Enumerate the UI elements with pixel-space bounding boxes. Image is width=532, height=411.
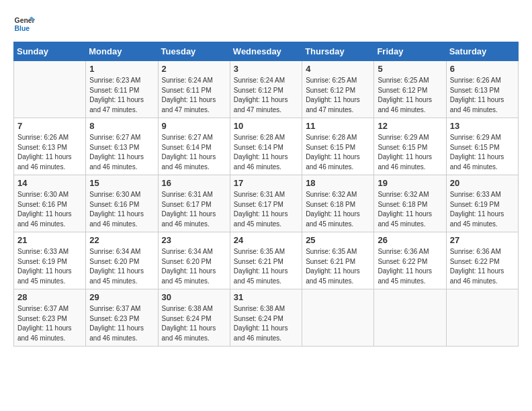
calendar-cell: 28Sunrise: 6:37 AM Sunset: 6:23 PM Dayli… (14, 289, 86, 347)
cell-info: Sunrise: 6:29 AM Sunset: 6:15 PM Dayligh… (450, 133, 515, 172)
day-number: 5 (378, 64, 442, 74)
calendar-cell: 31Sunrise: 6:38 AM Sunset: 6:24 PM Dayli… (230, 289, 302, 347)
cell-info: Sunrise: 6:36 AM Sunset: 6:22 PM Dayligh… (378, 247, 442, 286)
calendar-cell: 18Sunrise: 6:32 AM Sunset: 6:18 PM Dayli… (302, 175, 374, 232)
day-header-wednesday: Wednesday (230, 42, 302, 61)
cell-info: Sunrise: 6:38 AM Sunset: 6:24 PM Dayligh… (234, 304, 298, 343)
cell-info: Sunrise: 6:37 AM Sunset: 6:23 PM Dayligh… (89, 304, 154, 343)
cell-info: Sunrise: 6:33 AM Sunset: 6:19 PM Dayligh… (17, 247, 82, 286)
week-row-5: 28Sunrise: 6:37 AM Sunset: 6:23 PM Dayli… (14, 289, 519, 347)
calendar-cell (302, 289, 374, 347)
calendar-cell: 17Sunrise: 6:31 AM Sunset: 6:17 PM Dayli… (230, 175, 302, 232)
calendar-cell: 7Sunrise: 6:26 AM Sunset: 6:13 PM Daylig… (14, 118, 86, 175)
cell-info: Sunrise: 6:24 AM Sunset: 6:12 PM Dayligh… (234, 76, 298, 115)
day-header-friday: Friday (374, 42, 446, 61)
cell-info: Sunrise: 6:26 AM Sunset: 6:13 PM Dayligh… (17, 133, 82, 172)
day-number: 9 (162, 121, 226, 131)
calendar-cell: 3Sunrise: 6:24 AM Sunset: 6:12 PM Daylig… (230, 61, 302, 118)
calendar-cell: 19Sunrise: 6:32 AM Sunset: 6:18 PM Dayli… (374, 175, 446, 232)
day-number: 18 (306, 178, 370, 188)
calendar-cell: 1Sunrise: 6:23 AM Sunset: 6:11 PM Daylig… (86, 61, 158, 118)
week-row-2: 7Sunrise: 6:26 AM Sunset: 6:13 PM Daylig… (14, 118, 519, 175)
calendar-cell: 21Sunrise: 6:33 AM Sunset: 6:19 PM Dayli… (14, 232, 86, 289)
day-header-sunday: Sunday (14, 42, 86, 61)
cell-info: Sunrise: 6:30 AM Sunset: 6:16 PM Dayligh… (17, 190, 82, 229)
day-number: 30 (162, 292, 226, 302)
day-number: 8 (89, 121, 154, 131)
cell-info: Sunrise: 6:35 AM Sunset: 6:21 PM Dayligh… (234, 247, 298, 286)
day-number: 12 (378, 121, 442, 131)
calendar-cell: 22Sunrise: 6:34 AM Sunset: 6:20 PM Dayli… (86, 232, 158, 289)
svg-text:Blue: Blue (15, 25, 30, 32)
calendar-cell (374, 289, 446, 347)
day-number: 23 (162, 235, 226, 245)
cell-info: Sunrise: 6:29 AM Sunset: 6:15 PM Dayligh… (378, 133, 442, 172)
day-number: 13 (450, 121, 515, 131)
calendar-cell: 30Sunrise: 6:38 AM Sunset: 6:24 PM Dayli… (158, 289, 230, 347)
calendar-cell: 4Sunrise: 6:25 AM Sunset: 6:12 PM Daylig… (302, 61, 374, 118)
day-number: 3 (234, 64, 298, 74)
cell-info: Sunrise: 6:31 AM Sunset: 6:17 PM Dayligh… (162, 190, 226, 229)
day-number: 25 (306, 235, 370, 245)
cell-info: Sunrise: 6:23 AM Sunset: 6:11 PM Dayligh… (89, 76, 154, 115)
cell-info: Sunrise: 6:27 AM Sunset: 6:14 PM Dayligh… (162, 133, 226, 172)
day-number: 21 (17, 235, 82, 245)
cell-info: Sunrise: 6:33 AM Sunset: 6:19 PM Dayligh… (450, 190, 515, 229)
cell-info: Sunrise: 6:32 AM Sunset: 6:18 PM Dayligh… (306, 190, 370, 229)
header-row: SundayMondayTuesdayWednesdayThursdayFrid… (14, 42, 519, 61)
day-number: 14 (17, 178, 82, 188)
calendar-cell: 29Sunrise: 6:37 AM Sunset: 6:23 PM Dayli… (86, 289, 158, 347)
cell-info: Sunrise: 6:25 AM Sunset: 6:12 PM Dayligh… (378, 76, 442, 115)
week-row-4: 21Sunrise: 6:33 AM Sunset: 6:19 PM Dayli… (14, 232, 519, 289)
day-number: 10 (234, 121, 298, 131)
calendar-cell: 10Sunrise: 6:28 AM Sunset: 6:14 PM Dayli… (230, 118, 302, 175)
calendar-cell: 9Sunrise: 6:27 AM Sunset: 6:14 PM Daylig… (158, 118, 230, 175)
cell-info: Sunrise: 6:25 AM Sunset: 6:12 PM Dayligh… (306, 76, 370, 115)
day-number: 15 (89, 178, 154, 188)
cell-info: Sunrise: 6:34 AM Sunset: 6:20 PM Dayligh… (162, 247, 226, 286)
week-row-1: 1Sunrise: 6:23 AM Sunset: 6:11 PM Daylig… (14, 61, 519, 118)
day-number: 22 (89, 235, 154, 245)
day-number: 6 (450, 64, 515, 74)
calendar-cell: 6Sunrise: 6:26 AM Sunset: 6:13 PM Daylig… (446, 61, 518, 118)
logo-icon: General Blue (13, 13, 35, 35)
calendar-cell: 5Sunrise: 6:25 AM Sunset: 6:12 PM Daylig… (374, 61, 446, 118)
calendar-cell: 25Sunrise: 6:35 AM Sunset: 6:21 PM Dayli… (302, 232, 374, 289)
cell-info: Sunrise: 6:31 AM Sunset: 6:17 PM Dayligh… (234, 190, 298, 229)
day-header-tuesday: Tuesday (158, 42, 230, 61)
day-number: 16 (162, 178, 226, 188)
day-number: 28 (17, 292, 82, 302)
day-number: 20 (450, 178, 515, 188)
day-number: 27 (450, 235, 515, 245)
cell-info: Sunrise: 6:28 AM Sunset: 6:15 PM Dayligh… (306, 133, 370, 172)
calendar-cell: 26Sunrise: 6:36 AM Sunset: 6:22 PM Dayli… (374, 232, 446, 289)
day-number: 2 (162, 64, 226, 74)
day-number: 11 (306, 121, 370, 131)
calendar-cell (14, 61, 86, 118)
cell-info: Sunrise: 6:24 AM Sunset: 6:11 PM Dayligh… (162, 76, 226, 115)
page-header: General Blue (13, 13, 519, 35)
calendar-cell: 14Sunrise: 6:30 AM Sunset: 6:16 PM Dayli… (14, 175, 86, 232)
day-number: 29 (89, 292, 154, 302)
calendar-cell: 12Sunrise: 6:29 AM Sunset: 6:15 PM Dayli… (374, 118, 446, 175)
calendar-cell: 11Sunrise: 6:28 AM Sunset: 6:15 PM Dayli… (302, 118, 374, 175)
cell-info: Sunrise: 6:37 AM Sunset: 6:23 PM Dayligh… (17, 304, 82, 343)
cell-info: Sunrise: 6:34 AM Sunset: 6:20 PM Dayligh… (89, 247, 154, 286)
week-row-3: 14Sunrise: 6:30 AM Sunset: 6:16 PM Dayli… (14, 175, 519, 232)
day-number: 19 (378, 178, 442, 188)
day-number: 31 (234, 292, 298, 302)
calendar-cell (446, 289, 518, 347)
cell-info: Sunrise: 6:26 AM Sunset: 6:13 PM Dayligh… (450, 76, 515, 115)
day-header-saturday: Saturday (446, 42, 518, 61)
calendar-cell: 23Sunrise: 6:34 AM Sunset: 6:20 PM Dayli… (158, 232, 230, 289)
cell-info: Sunrise: 6:28 AM Sunset: 6:14 PM Dayligh… (234, 133, 298, 172)
logo: General Blue (13, 13, 35, 35)
day-number: 4 (306, 64, 370, 74)
day-number: 7 (17, 121, 82, 131)
calendar-cell: 2Sunrise: 6:24 AM Sunset: 6:11 PM Daylig… (158, 61, 230, 118)
calendar-cell: 15Sunrise: 6:30 AM Sunset: 6:16 PM Dayli… (86, 175, 158, 232)
cell-info: Sunrise: 6:36 AM Sunset: 6:22 PM Dayligh… (450, 247, 515, 286)
day-number: 26 (378, 235, 442, 245)
calendar-cell: 27Sunrise: 6:36 AM Sunset: 6:22 PM Dayli… (446, 232, 518, 289)
day-header-thursday: Thursday (302, 42, 374, 61)
